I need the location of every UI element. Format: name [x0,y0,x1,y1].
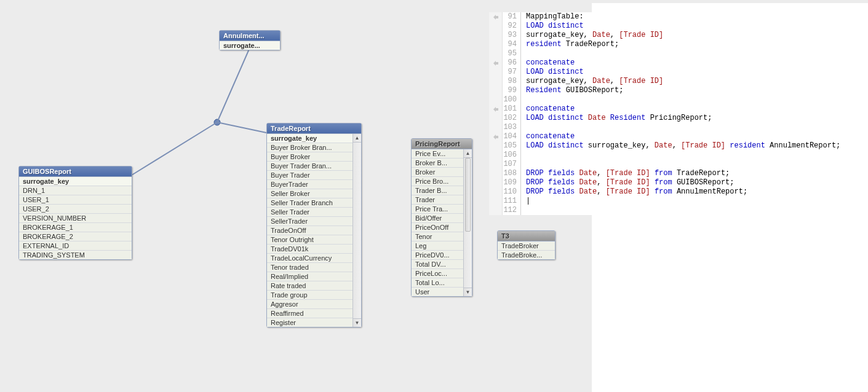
editor-code-body[interactable]: MappingTable:LOAD distinctsurrogate_key,… [521,12,840,215]
line-number: 91 [503,12,517,22]
code-line[interactable] [526,151,840,160]
field[interactable]: SellerTrader [267,217,352,226]
diagram-canvas[interactable]: Annulment... surrogate... GUIBOSReport s… [0,0,868,392]
table-title[interactable]: TradeReport [267,123,361,134]
table-t3[interactable]: T3 TradeBroker TradeBroke... [497,230,555,260]
code-line[interactable]: LOAD distinct [526,22,840,31]
code-line[interactable]: | [526,197,840,206]
pin-icon[interactable] [493,106,499,112]
code-line[interactable]: resident TradeReport; [526,40,840,49]
code-line[interactable]: concatenate [526,132,840,141]
field[interactable]: Buyer Trader [267,171,352,180]
field[interactable]: VERSION_NUMBER [19,214,132,223]
line-number: 106 [503,151,517,160]
field[interactable]: PriceLoc... [412,269,463,278]
scroll-down-icon[interactable]: ▼ [353,318,361,327]
field-surrogate-key[interactable]: surrogate... [220,41,280,50]
field[interactable]: BROKERAGE_2 [19,232,132,241]
code-line[interactable]: concatenate [526,58,840,68]
table-pricing[interactable]: PricingReport Price Ev... Broker B... Br… [411,138,472,297]
table-title[interactable]: GUIBOSReport [19,167,132,177]
pin-icon[interactable] [493,60,499,66]
field[interactable]: USER_2 [19,205,132,214]
field[interactable]: Seller Trader [267,208,352,217]
code-line[interactable]: LOAD distinct [526,68,840,77]
field[interactable]: Buyer Trader Bran... [267,162,352,171]
field[interactable]: Total Lo... [412,278,463,288]
field[interactable]: Trader [412,195,463,205]
field[interactable]: BROKERAGE_1 [19,223,132,232]
scroll-thumb[interactable] [465,158,471,232]
field-surrogate-key[interactable]: surrogate_key [19,177,132,186]
field[interactable]: Reaffirmed [267,309,352,318]
code-line[interactable]: surrogate_key, Date, [Trade ID] [526,31,840,40]
field[interactable]: TradeBroker [498,241,555,251]
pin-icon[interactable] [493,14,499,20]
field[interactable]: PriceOnOff [412,223,463,232]
field[interactable]: Price Ev... [412,149,463,159]
field[interactable]: Tenor Outright [267,235,352,245]
code-line[interactable]: Resident GUIBOSReport; [526,86,840,95]
line-number: 104 [503,132,517,141]
field[interactable]: Seller Broker [267,189,352,198]
field[interactable]: TRADING_SYSTEM [19,251,132,259]
field[interactable]: Real/Implied [267,272,352,281]
code-line[interactable]: LOAD distinct surrogate_key, Date, [Trad… [526,141,840,151]
field[interactable]: DRN_1 [19,186,132,195]
code-line[interactable]: LOAD distinct Date Resident PricingRepor… [526,114,840,123]
field[interactable]: Aggresor [267,300,352,309]
code-line[interactable] [526,123,840,132]
field[interactable]: Price Bro... [412,177,463,186]
table-guibos[interactable]: GUIBOSReport surrogate_key DRN_1 USER_1 … [18,166,132,260]
code-line[interactable]: concatenate [526,104,840,114]
line-number: 102 [503,114,517,123]
code-line[interactable]: DROP fields Date, [Trade ID] from GUIBOS… [526,178,840,187]
code-line[interactable] [526,95,840,104]
field[interactable]: User [412,288,463,296]
table-title[interactable]: PricingReport [412,139,472,149]
code-line[interactable] [526,206,840,215]
field[interactable]: Trade group [267,291,352,300]
code-line[interactable]: DROP fields Date, [Trade ID] from Annulm… [526,187,840,197]
field[interactable]: Buyer Broker [267,152,352,162]
field[interactable]: TradeLocalCurrency [267,254,352,263]
scrollbar[interactable]: ▲ ▼ [352,134,361,327]
table-title[interactable]: T3 [498,231,555,241]
scroll-up-icon[interactable]: ▲ [464,149,472,158]
code-line[interactable] [526,49,840,58]
field[interactable]: EXTERNAL_ID [19,241,132,251]
field[interactable]: Buyer Broker Bran... [267,143,352,152]
field[interactable]: TradeDV01k [267,245,352,254]
field[interactable]: Rate traded [267,281,352,291]
field[interactable]: Tenor [412,232,463,241]
code-line[interactable]: surrogate_key, Date, [Trade ID] [526,77,840,86]
scrollbar[interactable]: ▲ ▼ [463,149,472,296]
code-line[interactable]: MappingTable: [526,12,840,22]
table-title[interactable]: Annulment... [220,31,280,41]
field[interactable]: TradeBroke... [498,251,555,259]
field[interactable]: Tenor traded [267,263,352,272]
line-number: 110 [503,187,517,197]
field[interactable]: Leg [412,241,463,251]
scroll-up-icon[interactable]: ▲ [353,134,361,143]
code-line[interactable]: DROP fields Date, [Trade ID] from TradeR… [526,169,840,178]
field[interactable]: TradeOnOff [267,226,352,235]
field[interactable]: Broker [412,168,463,177]
scroll-down-icon[interactable]: ▼ [464,288,472,296]
field[interactable]: Price Tra... [412,205,463,214]
code-line[interactable] [526,160,840,169]
field[interactable]: PriceDV0... [412,251,463,260]
field[interactable]: Seller Trader Branch [267,198,352,208]
field[interactable]: Register [267,318,352,327]
field[interactable]: Total DV... [412,260,463,269]
field[interactable]: Broker B... [412,159,463,168]
table-trade[interactable]: TradeReport surrogate_key Buyer Broker B… [266,123,362,327]
field[interactable]: Bid/Offer [412,214,463,223]
pin-icon[interactable] [493,134,499,140]
table-annulment[interactable]: Annulment... surrogate... [219,30,281,50]
script-editor[interactable]: 9192939495969798991001011021031041051061… [489,12,852,215]
field[interactable]: BuyerTrader [267,180,352,189]
field-surrogate-key[interactable]: surrogate_key [267,134,352,143]
field[interactable]: USER_1 [19,195,132,205]
field[interactable]: Trader B... [412,186,463,195]
